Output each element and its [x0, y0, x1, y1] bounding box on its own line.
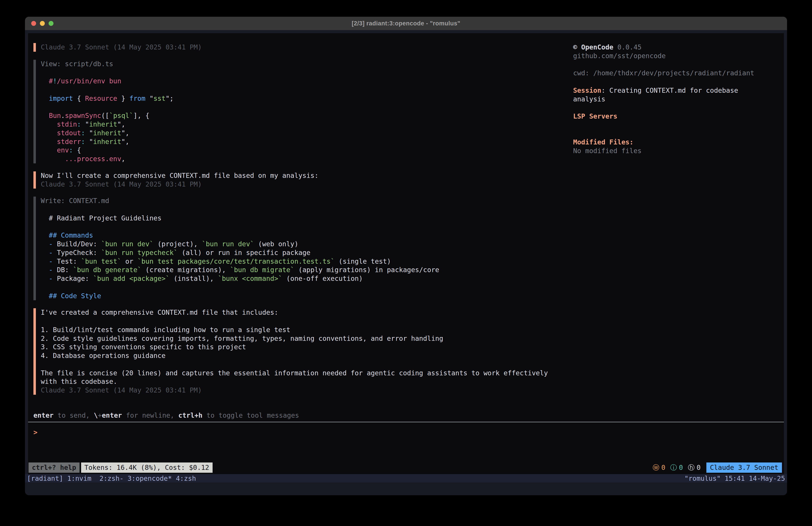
tmux-window-2zsh[interactable]: 2:zsh- — [99, 474, 124, 482]
terminal-line — [41, 103, 571, 112]
chat-column: Claude 3.7 Sonnet (14 May 2025 03:41 PM)… — [33, 43, 571, 395]
terminal-line: env: { — [41, 146, 571, 155]
spacer — [573, 121, 764, 129]
terminal-line: Claude 3.7 Sonnet (14 May 2025 03:41 PM) — [41, 386, 571, 395]
tokens-cost-chip: Tokens: 16.4K (8%), Cost: $0.12 — [81, 463, 213, 473]
terminal-line: stdout: "inherit", — [41, 129, 571, 138]
terminal-line — [41, 68, 571, 77]
terminal-line: View: script/db.ts — [41, 60, 571, 68]
terminal-line: stdin: "inherit", — [41, 120, 571, 129]
terminal-line: import { Resource } from "sst"; — [41, 94, 571, 103]
prompt-input[interactable]: > — [33, 428, 782, 437]
tmux-right-status: "romulus" 15:41 14-May-25 — [684, 474, 785, 482]
terminal-line: - DB: `bun db generate` (create migratio… — [41, 266, 571, 274]
modified-files-header: Modified Files: — [573, 138, 764, 147]
terminal-line — [41, 317, 571, 326]
sidebar: © OpenCode 0.0.45github.com/sst/opencode… — [571, 43, 782, 155]
tmux-status-bar: [radiant] 1:nvim 2:zsh- 3:opencode* 4:zs… — [25, 474, 787, 483]
tmux-window-3opencode[interactable]: 3:opencode* — [128, 474, 172, 482]
terminal-line: ...process.env, — [41, 155, 571, 164]
terminal-body: Claude 3.7 Sonnet (14 May 2025 03:41 PM)… — [25, 30, 787, 495]
tmux-window-1nvim[interactable]: 1:nvim — [67, 474, 96, 482]
terminal-line: Write: CONTEXT.md — [41, 197, 571, 205]
lsp-servers-header: LSP Servers — [573, 112, 764, 121]
tmux-window-4zsh[interactable]: 4:zsh — [176, 474, 196, 482]
tmux-window-list: 1:nvim 2:zsh- 3:opencode* 4:zsh — [67, 474, 196, 482]
hint-bar: enter to send, \+enter for newline, ctrl… — [33, 411, 782, 420]
spacer — [573, 60, 764, 69]
terminal-line: 4. Database operations guidance — [41, 352, 571, 360]
terminal-line: - Build/Dev: `bun run dev` (project), `b… — [41, 240, 571, 248]
info-count: ⓘ0 — [670, 464, 683, 472]
close-button[interactable] — [31, 21, 36, 26]
diagnostics: ⓦ0ⓘ0ⓗ0 — [648, 463, 700, 473]
terminal-line: Claude 3.7 Sonnet (14 May 2025 03:41 PM) — [41, 180, 571, 189]
terminal-line — [41, 360, 571, 369]
terminal-line: 3. CSS styling conventions specific to t… — [41, 343, 571, 352]
tool-write-block: Write: CONTEXT.md # Radiant Project Guid… — [33, 197, 571, 300]
terminal-line: - Test: `bun test` or `bun test packages… — [41, 257, 571, 266]
window-bottom-padding — [25, 483, 787, 495]
modified-files-empty: No modified files — [573, 147, 764, 155]
terminal-line: - TypeCheck: `bun run typecheck` (all) o… — [41, 248, 571, 257]
assistant-summary-block: I've created a comprehensive CONTEXT.md … — [33, 308, 571, 395]
terminal-line: with this codebase. — [41, 377, 571, 386]
terminal-line — [41, 86, 571, 94]
prompt-caret: > — [33, 428, 38, 437]
spacer — [573, 77, 764, 86]
terminal-line: stderr: "inherit", — [41, 138, 571, 146]
hint-count-icon: ⓗ — [688, 464, 695, 472]
tmux-session-name: [radiant] — [27, 474, 67, 482]
repo-url: github.com/sst/opencode — [573, 52, 764, 60]
hint-count: ⓗ0 — [688, 464, 700, 472]
terminal-line — [41, 205, 571, 214]
terminal-line — [41, 223, 571, 231]
terminal-line: Now I'll create a comprehensive CONTEXT.… — [41, 171, 571, 180]
traffic-lights — [31, 21, 54, 26]
conversation-scroll-area[interactable]: Claude 3.7 Sonnet (14 May 2025 03:41 PM)… — [28, 33, 784, 463]
assistant-header-block: Claude 3.7 Sonnet (14 May 2025 03:41 PM) — [33, 43, 571, 52]
cwd: cwd: /home/thdxr/dev/projects/radiant/ra… — [573, 69, 764, 77]
tool-view-block: View: script/db.ts #!/usr/bin/env bun im… — [33, 60, 571, 164]
assistant-message-block: Now I'll create a comprehensive CONTEXT.… — [33, 171, 571, 189]
terminal-line: ## Code Style — [41, 292, 571, 300]
info-count-icon: ⓘ — [670, 464, 677, 472]
terminal-line: 2. Code style guidelines covering import… — [41, 334, 571, 343]
spacer — [573, 129, 764, 138]
terminal-line: Bun.spawnSync([`psql`], { — [41, 111, 571, 120]
window-titlebar: [2/3] radiant:3:opencode - "romulus" — [25, 17, 787, 30]
terminal-window: [2/3] radiant:3:opencode - "romulus" Cla… — [25, 17, 787, 495]
zoom-button[interactable] — [48, 21, 54, 26]
terminal-line: 1. Build/lint/test commands including ho… — [41, 326, 571, 334]
minimize-button[interactable] — [40, 21, 45, 26]
terminal-line: The file is concise (20 lines) and captu… — [41, 369, 571, 378]
warning-count-icon: ⓦ — [653, 464, 659, 472]
model-badge: Claude 3.7 Sonnet — [706, 463, 782, 473]
session: Session: Creating CONTEXT.md for codebas… — [573, 86, 764, 104]
input-divider — [28, 422, 784, 422]
terminal-line — [41, 283, 571, 292]
spacer — [573, 103, 764, 112]
terminal-line: #!/usr/bin/env bun — [41, 77, 571, 86]
warning-count: ⓦ0 — [653, 464, 665, 472]
app-title: © OpenCode 0.0.45 — [573, 43, 764, 52]
window-title: [2/3] radiant:3:opencode - "romulus" — [352, 20, 460, 27]
terminal-line: I've created a comprehensive CONTEXT.md … — [41, 308, 571, 317]
terminal-line: # Radiant Project Guidelines — [41, 214, 571, 223]
terminal-line: Claude 3.7 Sonnet (14 May 2025 03:41 PM) — [41, 43, 571, 52]
status-bar: ctrl+? help Tokens: 16.4K (8%), Cost: $0… — [29, 463, 782, 473]
terminal-line: - Package: `bun add <package>` (install)… — [41, 274, 571, 283]
terminal-line: ## Commands — [41, 231, 571, 240]
opencode-tui: Claude 3.7 Sonnet (14 May 2025 03:41 PM)… — [28, 33, 784, 474]
help-hint-chip: ctrl+? help — [29, 463, 79, 473]
